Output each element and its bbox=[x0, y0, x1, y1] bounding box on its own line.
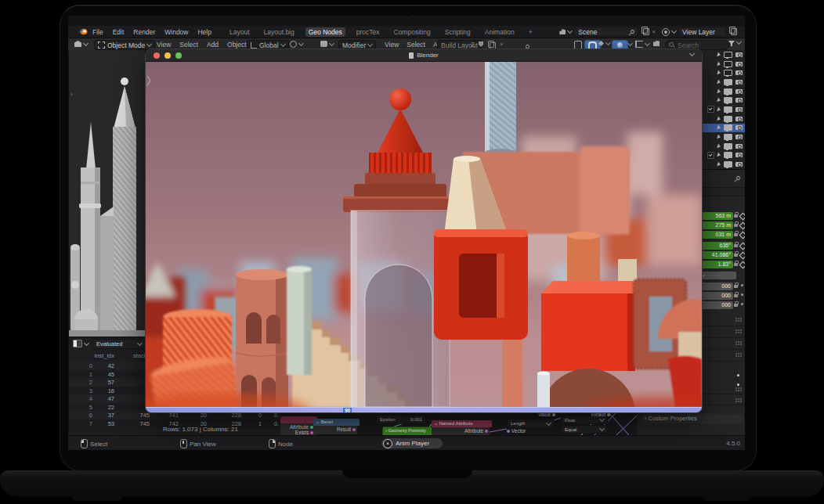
panel-grip-icon[interactable] bbox=[735, 398, 737, 400]
render-visibility-icon[interactable] bbox=[735, 89, 743, 94]
tab-scripting[interactable]: Scripting bbox=[442, 27, 474, 37]
lock-icon[interactable] bbox=[734, 263, 738, 266]
menu-edit[interactable]: Edit bbox=[113, 28, 125, 36]
window-titlebar[interactable]: Blender bbox=[146, 49, 702, 62]
render-visibility-icon[interactable] bbox=[735, 107, 743, 112]
outliner-filter-dropdown[interactable] bbox=[728, 41, 741, 45]
viewport-menu-select[interactable]: Select bbox=[179, 41, 198, 49]
corner-collapse-icon[interactable] bbox=[689, 51, 695, 56]
viewport-visibility-icon[interactable] bbox=[724, 52, 732, 58]
close-traffic-light[interactable] bbox=[154, 52, 160, 59]
viewport-menu-view[interactable]: View bbox=[157, 41, 171, 49]
dataset-dropdown[interactable]: Evaluated bbox=[92, 339, 146, 349]
animate-dot-icon[interactable] bbox=[741, 293, 743, 296]
tab-layout-big[interactable]: Layout.big bbox=[261, 27, 298, 37]
lock-icon[interactable] bbox=[734, 244, 738, 247]
custom-properties-header[interactable]: › Custom Properties bbox=[641, 414, 743, 423]
anim-player-button[interactable]: × Anim Player bbox=[381, 438, 443, 448]
node-named-attribute-header[interactable]: ⌄ Named Attribute bbox=[432, 420, 492, 427]
node-attribute-header[interactable] bbox=[280, 416, 317, 423]
menu-help[interactable]: Help bbox=[197, 28, 211, 36]
selectable-icon[interactable] bbox=[717, 125, 721, 131]
pin-icon[interactable] bbox=[630, 29, 635, 34]
render-visibility-icon[interactable] bbox=[735, 117, 743, 121]
tab-layout[interactable]: Layout bbox=[226, 27, 253, 37]
viewport-visibility-icon[interactable] bbox=[724, 116, 732, 122]
snap-dropdown[interactable] bbox=[598, 41, 610, 46]
render-visibility-icon[interactable] bbox=[735, 98, 743, 103]
keyframe-icon[interactable] bbox=[739, 213, 745, 221]
panel-grip-icon[interactable] bbox=[735, 387, 737, 389]
menu-window[interactable]: Window bbox=[164, 28, 188, 36]
viewport-menu-object[interactable]: Object bbox=[227, 41, 247, 49]
selectable-icon[interactable] bbox=[717, 162, 721, 167]
lock-icon[interactable] bbox=[734, 294, 738, 297]
add-workspace-button[interactable]: + bbox=[526, 27, 536, 37]
length-dropdown[interactable]: Length bbox=[507, 419, 555, 428]
render-visibility-icon[interactable] bbox=[735, 125, 743, 130]
viewlayer-copy-icon[interactable] bbox=[731, 28, 737, 35]
lock-icon[interactable] bbox=[734, 214, 738, 218]
tab-proctex[interactable]: procTex bbox=[353, 27, 383, 37]
selectable-icon[interactable] bbox=[717, 88, 721, 94]
editor-type-selector[interactable] bbox=[74, 41, 88, 47]
render-visibility-icon[interactable] bbox=[735, 62, 743, 67]
outliner-display-dropdown[interactable] bbox=[635, 41, 649, 48]
keyframe-icon[interactable] bbox=[739, 222, 745, 230]
tab-animation[interactable]: Animation bbox=[482, 27, 518, 37]
minimize-traffic-light[interactable] bbox=[164, 52, 171, 59]
tab-geo-nodes[interactable]: Geo Nodes bbox=[305, 27, 345, 37]
toggle-dot-icon[interactable] bbox=[737, 383, 739, 386]
menu-file[interactable]: File bbox=[92, 28, 103, 36]
geonodes-menu-view[interactable]: View bbox=[385, 41, 399, 49]
column-header-inst-idx[interactable]: inst_idx bbox=[91, 352, 114, 359]
viewport-visibility-icon[interactable] bbox=[724, 70, 732, 76]
outliner-collection-icon[interactable] bbox=[653, 41, 660, 46]
panel-grip-icon[interactable] bbox=[735, 318, 737, 319]
selectable-icon[interactable] bbox=[717, 153, 721, 158]
compare-operation-dropdown[interactable]: Equal bbox=[561, 425, 608, 434]
scene-field[interactable]: Scene bbox=[574, 27, 638, 37]
selectable-icon[interactable] bbox=[717, 70, 721, 76]
lock-icon[interactable] bbox=[734, 285, 738, 288]
scene-browse-icon[interactable] bbox=[559, 29, 572, 34]
viewport-visibility-icon[interactable] bbox=[724, 97, 732, 103]
nodetree-users-badge[interactable]: 2 bbox=[471, 41, 475, 49]
timeline-strip[interactable]: 90 bbox=[146, 407, 702, 413]
viewport-visibility-icon[interactable] bbox=[724, 134, 732, 140]
panel-grip-icon[interactable] bbox=[735, 329, 737, 331]
lock-icon[interactable] bbox=[734, 304, 738, 307]
selectable-icon[interactable] bbox=[717, 116, 721, 121]
keyframe-icon[interactable] bbox=[739, 232, 745, 239]
panel-grip-icon[interactable] bbox=[735, 341, 737, 343]
viewport-3d-clay[interactable]: › bbox=[69, 50, 146, 337]
animate-dot-icon[interactable] bbox=[741, 303, 743, 305]
tab-compositing[interactable]: Compositing bbox=[391, 27, 434, 37]
viewport-visibility-icon[interactable] bbox=[724, 124, 732, 131]
selectable-icon[interactable] bbox=[717, 52, 721, 57]
checkbox[interactable] bbox=[707, 106, 714, 113]
geonodes-menu-select[interactable]: Select bbox=[407, 41, 425, 49]
render-visibility-icon[interactable] bbox=[735, 153, 743, 157]
scene-unlink-icon[interactable]: × bbox=[652, 28, 656, 35]
selectable-icon[interactable] bbox=[717, 79, 721, 85]
lock-icon[interactable] bbox=[734, 224, 738, 227]
render-preview-window[interactable]: Blender bbox=[145, 49, 703, 413]
viewport-visibility-icon[interactable] bbox=[724, 152, 732, 158]
menu-render[interactable]: Render bbox=[133, 28, 155, 36]
render-visibility-icon[interactable] bbox=[735, 70, 743, 75]
panel-grip-icon[interactable] bbox=[735, 353, 737, 355]
node-bevel-header[interactable]: ⌄ Bevel bbox=[313, 419, 360, 426]
mode-dropdown[interactable]: Object Mode bbox=[94, 40, 155, 50]
render-visibility-icon[interactable] bbox=[735, 80, 743, 85]
properties-pin-icon[interactable] bbox=[735, 175, 741, 181]
viewlayer-icon[interactable] bbox=[662, 28, 676, 36]
viewlayer-field[interactable]: View Layer bbox=[678, 27, 727, 37]
zoom-traffic-light[interactable] bbox=[175, 52, 182, 59]
frame-indicator[interactable]: 90 bbox=[343, 408, 352, 413]
overlays-dropdown-icon[interactable] bbox=[627, 41, 633, 46]
selectable-icon[interactable] bbox=[717, 135, 721, 140]
keyframe-icon[interactable] bbox=[739, 252, 745, 260]
keyframe-icon[interactable] bbox=[739, 261, 745, 269]
keyframe-icon[interactable] bbox=[739, 243, 745, 250]
